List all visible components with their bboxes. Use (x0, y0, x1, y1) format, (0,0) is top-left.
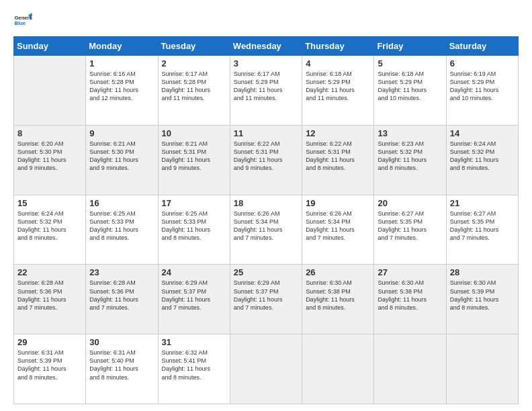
calendar-cell: 19Sunrise: 6:26 AMSunset: 5:34 PMDayligh… (302, 195, 374, 265)
day-number: 28 (450, 267, 515, 277)
week-row-4: 22Sunrise: 6:28 AMSunset: 5:36 PMDayligh… (14, 265, 519, 334)
calendar-cell: 11Sunrise: 6:22 AMSunset: 5:31 PMDayligh… (230, 125, 302, 195)
day-detail: Sunrise: 6:20 AMSunset: 5:30 PMDaylight:… (17, 140, 82, 173)
calendar-cell (374, 334, 446, 404)
day-number: 4 (306, 58, 370, 68)
svg-text:Blue: Blue (14, 20, 26, 26)
calendar-cell: 29Sunrise: 6:31 AMSunset: 5:39 PMDayligh… (14, 334, 86, 404)
header-row: SundayMondayTuesdayWednesdayThursdayFrid… (14, 37, 519, 56)
day-detail: Sunrise: 6:24 AMSunset: 5:32 PMDaylight:… (450, 140, 515, 173)
col-header-sunday: Sunday (14, 37, 86, 56)
calendar-cell: 21Sunrise: 6:27 AMSunset: 5:35 PMDayligh… (446, 195, 518, 265)
week-row-1: 1Sunrise: 6:16 AMSunset: 5:28 PMDaylight… (14, 56, 519, 126)
col-header-thursday: Thursday (302, 37, 374, 56)
day-number: 3 (234, 58, 298, 68)
calendar-cell: 22Sunrise: 6:28 AMSunset: 5:36 PMDayligh… (14, 265, 86, 334)
day-detail: Sunrise: 6:18 AMSunset: 5:29 PMDaylight:… (378, 70, 442, 103)
logo: General Blue (13, 11, 32, 30)
calendar-cell: 9Sunrise: 6:21 AMSunset: 5:30 PMDaylight… (86, 125, 158, 195)
day-number: 13 (378, 128, 442, 138)
col-header-saturday: Saturday (446, 37, 518, 56)
day-number: 21 (450, 198, 515, 208)
day-detail: Sunrise: 6:17 AMSunset: 5:28 PMDaylight:… (162, 70, 226, 103)
calendar-cell: 4Sunrise: 6:18 AMSunset: 5:29 PMDaylight… (302, 56, 374, 126)
day-number: 5 (378, 58, 442, 68)
day-detail: Sunrise: 6:27 AMSunset: 5:35 PMDaylight:… (378, 210, 442, 242)
week-row-3: 15Sunrise: 6:24 AMSunset: 5:32 PMDayligh… (14, 195, 519, 265)
calendar-cell: 8Sunrise: 6:20 AMSunset: 5:30 PMDaylight… (14, 125, 86, 195)
day-number: 23 (89, 267, 154, 277)
day-number: 8 (17, 128, 82, 138)
day-number: 10 (162, 128, 226, 138)
day-detail: Sunrise: 6:31 AMSunset: 5:39 PMDaylight:… (17, 349, 82, 381)
day-number: 2 (162, 58, 226, 68)
calendar-cell: 27Sunrise: 6:30 AMSunset: 5:38 PMDayligh… (374, 265, 446, 334)
calendar-cell: 31Sunrise: 6:32 AMSunset: 5:41 PMDayligh… (158, 334, 230, 404)
day-detail: Sunrise: 6:19 AMSunset: 5:29 PMDaylight:… (450, 70, 515, 103)
calendar-table: SundayMondayTuesdayWednesdayThursdayFrid… (13, 36, 519, 404)
day-detail: Sunrise: 6:28 AMSunset: 5:36 PMDaylight:… (89, 279, 154, 312)
day-detail: Sunrise: 6:24 AMSunset: 5:32 PMDaylight:… (17, 210, 82, 242)
day-detail: Sunrise: 6:30 AMSunset: 5:38 PMDaylight:… (306, 279, 370, 312)
day-number: 14 (450, 128, 515, 138)
col-header-wednesday: Wednesday (230, 37, 302, 56)
calendar-cell: 14Sunrise: 6:24 AMSunset: 5:32 PMDayligh… (446, 125, 518, 195)
day-detail: Sunrise: 6:26 AMSunset: 5:34 PMDaylight:… (234, 210, 298, 242)
calendar-cell: 15Sunrise: 6:24 AMSunset: 5:32 PMDayligh… (14, 195, 86, 265)
day-detail: Sunrise: 6:25 AMSunset: 5:33 PMDaylight:… (162, 210, 226, 242)
day-number: 26 (306, 267, 370, 277)
day-number: 15 (17, 198, 82, 208)
calendar-cell: 23Sunrise: 6:28 AMSunset: 5:36 PMDayligh… (86, 265, 158, 334)
calendar-cell: 1Sunrise: 6:16 AMSunset: 5:28 PMDaylight… (86, 56, 158, 126)
day-number: 27 (378, 267, 442, 277)
day-number: 17 (162, 198, 226, 208)
calendar-cell: 26Sunrise: 6:30 AMSunset: 5:38 PMDayligh… (302, 265, 374, 334)
day-detail: Sunrise: 6:28 AMSunset: 5:36 PMDaylight:… (17, 279, 82, 312)
day-detail: Sunrise: 6:25 AMSunset: 5:33 PMDaylight:… (89, 210, 154, 242)
col-header-monday: Monday (86, 37, 158, 56)
day-detail: Sunrise: 6:22 AMSunset: 5:31 PMDaylight:… (306, 140, 370, 173)
day-detail: Sunrise: 6:16 AMSunset: 5:28 PMDaylight:… (89, 70, 154, 103)
day-number: 18 (234, 198, 298, 208)
week-row-5: 29Sunrise: 6:31 AMSunset: 5:39 PMDayligh… (14, 334, 519, 404)
day-detail: Sunrise: 6:32 AMSunset: 5:41 PMDaylight:… (162, 349, 226, 381)
calendar-cell: 25Sunrise: 6:29 AMSunset: 5:37 PMDayligh… (230, 265, 302, 334)
day-number: 16 (89, 198, 154, 208)
day-detail: Sunrise: 6:30 AMSunset: 5:39 PMDaylight:… (450, 279, 515, 312)
day-number: 31 (162, 337, 226, 347)
day-number: 30 (89, 337, 154, 347)
day-detail: Sunrise: 6:18 AMSunset: 5:29 PMDaylight:… (306, 70, 370, 103)
day-detail: Sunrise: 6:23 AMSunset: 5:32 PMDaylight:… (378, 140, 442, 173)
calendar-cell (14, 56, 86, 126)
calendar-cell: 24Sunrise: 6:29 AMSunset: 5:37 PMDayligh… (158, 265, 230, 334)
day-detail: Sunrise: 6:27 AMSunset: 5:35 PMDaylight:… (450, 210, 515, 242)
col-header-friday: Friday (374, 37, 446, 56)
calendar-cell: 30Sunrise: 6:31 AMSunset: 5:40 PMDayligh… (86, 334, 158, 404)
col-header-tuesday: Tuesday (158, 37, 230, 56)
calendar-cell: 13Sunrise: 6:23 AMSunset: 5:32 PMDayligh… (374, 125, 446, 195)
day-detail: Sunrise: 6:30 AMSunset: 5:38 PMDaylight:… (378, 279, 442, 312)
calendar-cell (230, 334, 302, 404)
day-detail: Sunrise: 6:29 AMSunset: 5:37 PMDaylight:… (162, 279, 226, 312)
calendar-cell: 17Sunrise: 6:25 AMSunset: 5:33 PMDayligh… (158, 195, 230, 265)
day-detail: Sunrise: 6:26 AMSunset: 5:34 PMDaylight:… (306, 210, 370, 242)
day-detail: Sunrise: 6:31 AMSunset: 5:40 PMDaylight:… (89, 349, 154, 381)
day-number: 1 (89, 58, 154, 68)
day-number: 22 (17, 267, 82, 277)
calendar-cell: 12Sunrise: 6:22 AMSunset: 5:31 PMDayligh… (302, 125, 374, 195)
day-detail: Sunrise: 6:22 AMSunset: 5:31 PMDaylight:… (234, 140, 298, 173)
calendar-cell: 5Sunrise: 6:18 AMSunset: 5:29 PMDaylight… (374, 56, 446, 126)
day-number: 19 (306, 198, 370, 208)
day-detail: Sunrise: 6:21 AMSunset: 5:30 PMDaylight:… (89, 140, 154, 173)
calendar-cell: 6Sunrise: 6:19 AMSunset: 5:29 PMDaylight… (446, 56, 518, 126)
day-number: 12 (306, 128, 370, 138)
calendar-cell: 3Sunrise: 6:17 AMSunset: 5:29 PMDaylight… (230, 56, 302, 126)
day-number: 11 (234, 128, 298, 138)
calendar-cell: 28Sunrise: 6:30 AMSunset: 5:39 PMDayligh… (446, 265, 518, 334)
header: General Blue (13, 11, 519, 30)
calendar-cell (446, 334, 518, 404)
calendar-cell: 2Sunrise: 6:17 AMSunset: 5:28 PMDaylight… (158, 56, 230, 126)
day-detail: Sunrise: 6:21 AMSunset: 5:31 PMDaylight:… (162, 140, 226, 173)
calendar-cell: 18Sunrise: 6:26 AMSunset: 5:34 PMDayligh… (230, 195, 302, 265)
day-detail: Sunrise: 6:29 AMSunset: 5:37 PMDaylight:… (234, 279, 298, 312)
